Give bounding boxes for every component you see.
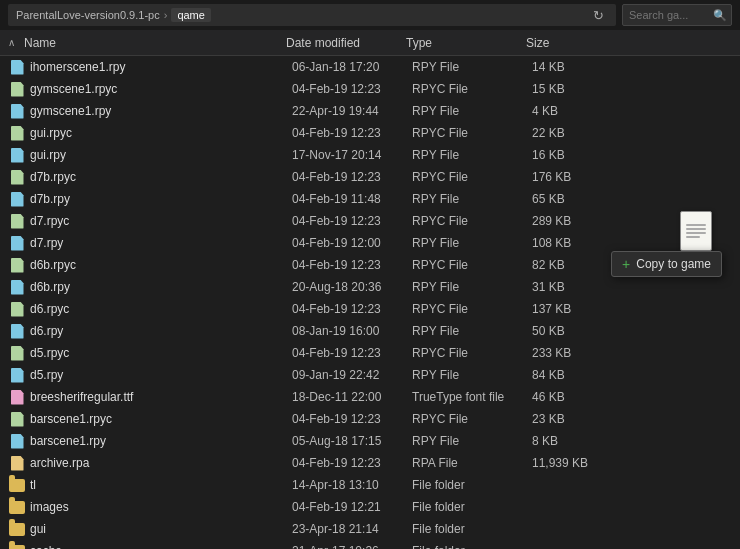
folder-icon: [8, 477, 26, 493]
file-name: d6.rpy: [30, 324, 292, 338]
search-input[interactable]: [629, 9, 709, 21]
file-date: 05-Aug-18 17:15: [292, 434, 412, 448]
file-size: 46 KB: [532, 390, 632, 404]
file-date: 22-Apr-19 19:44: [292, 104, 412, 118]
doc-line-4: [686, 236, 700, 238]
title-bar: ParentalLove-version0.9.1-pc › qame ↻ 🔍: [0, 0, 740, 30]
file-name: gui: [30, 522, 292, 536]
table-row[interactable]: breesherifregular.ttf 18-Dec-11 22:00 Tr…: [0, 386, 740, 408]
file-date: 20-Aug-18 20:36: [292, 280, 412, 294]
table-row[interactable]: gymscene1.rpyc 04-Feb-19 12:23 RPYC File…: [0, 78, 740, 100]
rpyc-icon: [8, 213, 26, 229]
table-row[interactable]: gui.rpy 17-Nov-17 20:14 RPY File 16 KB: [0, 144, 740, 166]
file-name: d5.rpy: [30, 368, 292, 382]
rpyc-icon: [8, 411, 26, 427]
file-type: File folder: [412, 478, 532, 492]
file-date: 09-Jan-19 22:42: [292, 368, 412, 382]
file-size: 108 KB: [532, 236, 632, 250]
table-row[interactable]: d5.rpy 09-Jan-19 22:42 RPY File 84 KB: [0, 364, 740, 386]
file-date: 04-Feb-19 12:23: [292, 214, 412, 228]
file-list: ihomerscene1.rpy 06-Jan-18 17:20 RPY Fil…: [0, 56, 740, 549]
file-size: 31 KB: [532, 280, 632, 294]
file-name: tl: [30, 478, 292, 492]
file-date: 04-Feb-19 12:21: [292, 500, 412, 514]
file-size: 65 KB: [532, 192, 632, 206]
rpy-icon: [8, 235, 26, 251]
file-type: TrueType font file: [412, 390, 532, 404]
file-type: File folder: [412, 522, 532, 536]
rpy-icon: [8, 191, 26, 207]
file-name: breesherifregular.ttf: [30, 390, 292, 404]
table-row[interactable]: tl 14-Apr-18 13:10 File folder: [0, 474, 740, 496]
file-name: ihomerscene1.rpy: [30, 60, 292, 74]
table-row[interactable]: images 04-Feb-19 12:21 File folder: [0, 496, 740, 518]
file-size: 22 KB: [532, 126, 632, 140]
rpy-icon: [8, 433, 26, 449]
table-row[interactable]: gymscene1.rpy 22-Apr-19 19:44 RPY File 4…: [0, 100, 740, 122]
table-row[interactable]: d5.rpyc 04-Feb-19 12:23 RPYC File 233 KB: [0, 342, 740, 364]
file-date: 04-Feb-19 12:23: [292, 258, 412, 272]
search-box[interactable]: 🔍: [622, 4, 732, 26]
file-type: RPY File: [412, 280, 532, 294]
table-row[interactable]: ihomerscene1.rpy 06-Jan-18 17:20 RPY Fil…: [0, 56, 740, 78]
file-name: gui.rpy: [30, 148, 292, 162]
copy-icon: +: [622, 256, 630, 272]
file-name: barscene1.rpy: [30, 434, 292, 448]
file-type: RPA File: [412, 456, 532, 470]
table-row[interactable]: d6b.rpy 20-Aug-18 20:36 RPY File 31 KB: [0, 276, 740, 298]
file-name: d7.rpyc: [30, 214, 292, 228]
table-row[interactable]: d6.rpyc 04-Feb-19 12:23 RPYC File 137 KB: [0, 298, 740, 320]
table-row[interactable]: gui 23-Apr-18 21:14 File folder: [0, 518, 740, 540]
file-name: d7b.rpyc: [30, 170, 292, 184]
rpyc-icon: [8, 345, 26, 361]
table-row[interactable]: d7b.rpyc 04-Feb-19 12:23 RPYC File 176 K…: [0, 166, 740, 188]
file-type: File folder: [412, 544, 532, 549]
col-header-name[interactable]: Name: [24, 36, 286, 50]
file-date: 04-Feb-19 12:00: [292, 236, 412, 250]
table-row[interactable]: d7.rpyc 04-Feb-19 12:23 RPYC File 289 KB: [0, 210, 740, 232]
file-date: 21-Apr-17 10:36: [292, 544, 412, 549]
table-row[interactable]: archive.rpa 04-Feb-19 12:23 RPA File 11,…: [0, 452, 740, 474]
file-date: 04-Feb-19 12:23: [292, 126, 412, 140]
table-row[interactable]: gui.rpyc 04-Feb-19 12:23 RPYC File 22 KB: [0, 122, 740, 144]
rpyc-icon: [8, 169, 26, 185]
table-row[interactable]: d7b.rpy 04-Feb-19 11:48 RPY File 65 KB: [0, 188, 740, 210]
refresh-button[interactable]: ↻: [589, 6, 608, 25]
rpy-icon: [8, 279, 26, 295]
file-size: 14 KB: [532, 60, 632, 74]
file-type: RPY File: [412, 368, 532, 382]
file-type: RPYC File: [412, 258, 532, 272]
file-date: 04-Feb-19 12:23: [292, 170, 412, 184]
path-bar[interactable]: ParentalLove-version0.9.1-pc › qame ↻: [8, 4, 616, 26]
rpyc-icon: [8, 257, 26, 273]
col-header-size[interactable]: Size: [526, 36, 626, 50]
file-type: RPYC File: [412, 302, 532, 316]
file-name: images: [30, 500, 292, 514]
doc-line-3: [686, 232, 706, 234]
file-type: RPY File: [412, 236, 532, 250]
file-preview-thumbnail: [680, 211, 712, 251]
table-row[interactable]: cache 21-Apr-17 10:36 File folder: [0, 540, 740, 549]
col-header-date[interactable]: Date modified: [286, 36, 406, 50]
file-name: d7b.rpy: [30, 192, 292, 206]
path-separator: ›: [164, 9, 168, 21]
rpy-icon: [8, 367, 26, 383]
thumbnail-content: [686, 222, 706, 240]
file-name: gymscene1.rpyc: [30, 82, 292, 96]
rpy-icon: [8, 323, 26, 339]
table-row[interactable]: barscene1.rpy 05-Aug-18 17:15 RPY File 8…: [0, 430, 740, 452]
file-name: gymscene1.rpy: [30, 104, 292, 118]
file-size: 84 KB: [532, 368, 632, 382]
col-header-type[interactable]: Type: [406, 36, 526, 50]
table-row[interactable]: barscene1.rpyc 04-Feb-19 12:23 RPYC File…: [0, 408, 740, 430]
file-size: 233 KB: [532, 346, 632, 360]
rpy-icon: [8, 103, 26, 119]
path-current: qame: [171, 8, 211, 22]
file-date: 04-Feb-19 12:23: [292, 346, 412, 360]
context-menu-popup[interactable]: + Copy to game: [611, 251, 722, 277]
doc-line-2: [686, 228, 706, 230]
table-row[interactable]: d6.rpy 08-Jan-19 16:00 RPY File 50 KB: [0, 320, 740, 342]
file-date: 06-Jan-18 17:20: [292, 60, 412, 74]
file-name: d6.rpyc: [30, 302, 292, 316]
path-parent: ParentalLove-version0.9.1-pc: [16, 9, 160, 21]
